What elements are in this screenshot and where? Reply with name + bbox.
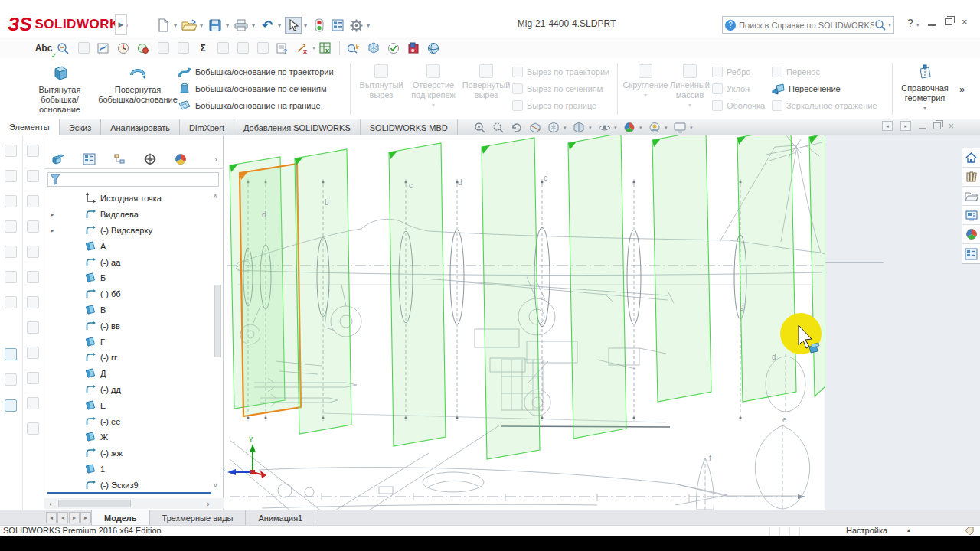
excel-export-button[interactable]: x	[315, 41, 335, 56]
apply-scene-button[interactable]	[646, 121, 663, 135]
customize-caret-icon[interactable]: ▴	[907, 527, 910, 533]
reference-plane-selected[interactable]	[240, 164, 301, 416]
symmetry-check-button[interactable]	[213, 41, 233, 56]
reference-plane[interactable]	[568, 135, 626, 439]
select-caret-icon[interactable]: ▾	[302, 22, 309, 29]
new-caret-icon[interactable]: ▾	[172, 22, 179, 29]
tree-item-1[interactable]: 1	[44, 461, 210, 478]
hide-show-items-button[interactable]	[596, 121, 612, 135]
curvature-button[interactable]	[133, 41, 153, 56]
tree-item-ж[interactable]: Ж	[44, 429, 210, 445]
edit-appearance-caret-icon[interactable]: ▾	[639, 125, 645, 131]
scroll-thumb[interactable]	[58, 500, 131, 507]
tree-item--гг[interactable]: (-) гг	[44, 350, 210, 366]
spell-check-button[interactable]: Abc✓	[34, 41, 54, 56]
undo-button[interactable]: ↶	[259, 17, 276, 34]
mass-properties-button[interactable]	[74, 41, 93, 56]
toolbar-button[interactable]	[27, 422, 39, 435]
tree-item-г[interactable]: Г	[44, 334, 210, 350]
section-properties-button[interactable]	[93, 41, 113, 56]
doc-restore-icon[interactable]	[933, 122, 941, 129]
toolbar-button[interactable]	[27, 372, 39, 384]
last-tab-button[interactable]: ▸	[80, 512, 91, 523]
sweep-boss-button[interactable]: Бобышка/основание по траектории	[178, 65, 345, 80]
draft-button[interactable]: Уклон	[712, 82, 772, 96]
toolbar-button[interactable]	[5, 373, 17, 386]
first-tab-button[interactable]: ◂	[46, 512, 57, 523]
tab-model[interactable]: Модель	[91, 510, 150, 525]
toolbar-button[interactable]	[27, 296, 39, 308]
customize-status-button[interactable]: Настройка	[846, 526, 887, 535]
view-orientation-caret-icon[interactable]: ▾	[564, 125, 569, 131]
tree-item-а[interactable]: А	[44, 238, 210, 254]
reference-plane[interactable]	[295, 149, 351, 434]
extrude-boss-button[interactable]: Вытянутая бобышка/основание	[21, 61, 98, 116]
restore-icon[interactable]	[945, 18, 952, 25]
tree-item--дд[interactable]: (-) дд	[44, 382, 210, 398]
tree-item--ее[interactable]: (-) ее	[44, 413, 210, 429]
options-gear-button[interactable]	[348, 17, 364, 34]
search-icon[interactable]	[874, 19, 887, 31]
revolve-cut-button[interactable]: Повернутый вырез	[460, 61, 512, 116]
mirror-button[interactable]: Зеркальное отражение	[772, 99, 887, 113]
help-search-box[interactable]: ? ▾	[722, 16, 894, 34]
toolbar-button[interactable]	[5, 195, 17, 207]
tree-scroll-down-icon[interactable]: ∨	[213, 481, 218, 489]
ribbon-expand-chevron[interactable]: »	[959, 83, 965, 95]
loft-cut-button[interactable]: Вырез по сечениям	[512, 82, 612, 96]
taskpane-file-explorer-tab[interactable]	[962, 187, 980, 206]
search-caret-icon[interactable]: ▾	[888, 21, 891, 28]
toolbar-button[interactable]	[5, 170, 17, 182]
boundary-boss-button[interactable]: Бобышка/основание на границе	[178, 99, 345, 113]
performance-evaluation-button[interactable]	[113, 41, 133, 56]
new-document-button[interactable]	[155, 17, 172, 34]
tree-item-исходная-точка[interactable]: Исходная точка	[44, 191, 210, 207]
search-input[interactable]	[739, 21, 874, 30]
compare-button[interactable]	[253, 41, 273, 56]
reference-plane[interactable]	[652, 135, 711, 402]
configurationmanager-tab[interactable]	[112, 152, 127, 167]
scroll-left-icon[interactable]: ‹	[44, 500, 57, 508]
toolbar-button[interactable]	[5, 271, 17, 283]
fillet-button[interactable]: Скругление ▾	[623, 61, 668, 116]
rollback-bar[interactable]	[47, 492, 211, 494]
open-button[interactable]	[181, 17, 198, 34]
panel-tabs-more[interactable]: ›	[214, 155, 217, 164]
tab-sketch[interactable]: Эскиз	[60, 119, 101, 135]
toolbar-button[interactable]	[5, 399, 17, 412]
status-tag-icon[interactable]	[965, 527, 975, 536]
document-properties-button[interactable]: ?	[273, 41, 292, 56]
rib-button[interactable]: Ребро	[712, 65, 772, 80]
tab-elements[interactable]: Элементы	[0, 119, 60, 135]
apply-scene-caret-icon[interactable]: ▾	[665, 125, 670, 131]
next-window-button[interactable]: ▸	[900, 121, 911, 131]
doc-minimize-icon[interactable]	[919, 128, 926, 129]
display-style-button[interactable]	[570, 121, 587, 135]
expand-arrow-icon[interactable]: ▸	[51, 210, 54, 218]
deviation-button[interactable]	[173, 41, 193, 56]
tree-item-д[interactable]: Д	[44, 366, 210, 382]
print-button[interactable]	[233, 17, 250, 34]
reference-geometry-button[interactable]: Справочная геометрия ▾	[898, 61, 952, 116]
toolbar-button[interactable]	[27, 220, 39, 233]
intersect-button[interactable]: Пересечение	[772, 82, 887, 96]
tab-solidworks-addins[interactable]: Добавления SOLIDWORKS	[234, 119, 361, 135]
reference-plane[interactable]	[482, 138, 540, 459]
design-review-button[interactable]	[344, 41, 364, 56]
propertymanager-tab[interactable]	[81, 152, 96, 167]
tree-horizontal-scrollbar[interactable]: ‹ ›	[44, 498, 224, 509]
taskpane-design-library-tab[interactable]	[962, 168, 980, 187]
zoom-fit-button[interactable]	[472, 121, 488, 135]
tab-animation1[interactable]: Анимация1	[246, 510, 315, 525]
section-view-button[interactable]	[527, 121, 544, 135]
tree-item-е[interactable]: Е	[44, 397, 210, 413]
equations-button[interactable]: Σ	[193, 41, 213, 56]
view-settings-button[interactable]	[671, 121, 688, 135]
linear-pattern-button[interactable]: Линейный массив ▾	[668, 61, 712, 116]
previous-view-button[interactable]	[508, 121, 525, 135]
displaymanager-tab[interactable]	[173, 152, 188, 167]
tree-item-видслева[interactable]: ▸Видслева	[44, 207, 210, 223]
close-icon[interactable]: ×	[962, 17, 968, 27]
gear-caret-icon[interactable]: ▾	[364, 22, 372, 29]
toolbar-button[interactable]	[5, 145, 17, 157]
